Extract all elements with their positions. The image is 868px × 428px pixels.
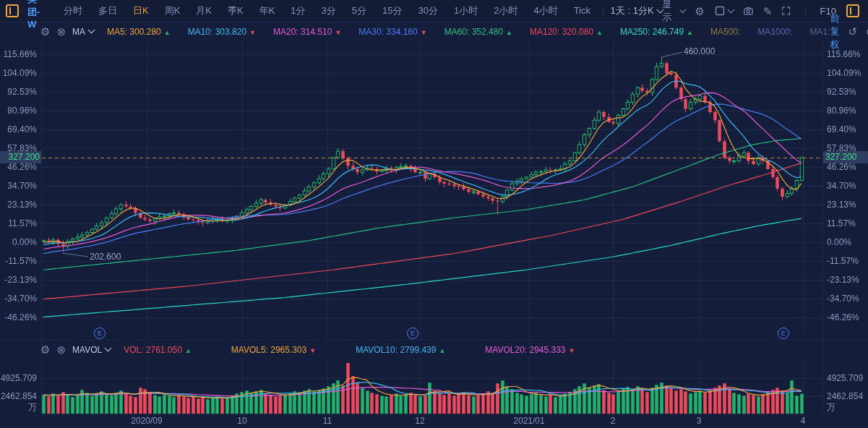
y-axis-tick: -46.26%: [827, 312, 859, 322]
period-tab[interactable]: 2小时: [486, 0, 525, 22]
panel-flag-icon[interactable]: [6, 4, 19, 17]
legend-item-ma60[interactable]: MA60: 352.480▲: [444, 27, 512, 37]
legend-item-mavol10[interactable]: MAVOL10: 2799.439▲: [356, 345, 445, 355]
legend-item-ma120[interactable]: MA120: 320.080▲: [530, 27, 603, 37]
y-axis-tick: -23.13%: [827, 275, 859, 285]
y-axis-tick: 23.13%: [0, 200, 37, 210]
y-axis-tick: -46.26%: [0, 312, 37, 322]
ma-indicator-label: MA: [72, 27, 85, 37]
period-tab[interactable]: 3分: [314, 0, 344, 22]
up-triangle-icon: ▲: [687, 29, 693, 36]
y-axis-tick: -34.70%: [0, 294, 37, 304]
current-price-tag-left: 327.200: [0, 151, 41, 163]
period-tabs: 分时多日日K周K月K季K年K1分3分5分15分30分1小时2小时4小时Tick: [56, 0, 598, 22]
chevron-down-icon: [105, 345, 112, 352]
chevron-down-icon: [88, 27, 95, 34]
legend-item-ma30[interactable]: MA30: 334.160▼: [358, 27, 426, 37]
chart-style-icon: [715, 6, 725, 16]
legend-item-ma10[interactable]: MA10: 303.820▼: [188, 27, 256, 37]
ma-right-tools: 前复权 ↺ ⊖ ⊕: [830, 12, 868, 51]
vol-legend: VOL: 2761.050▲MAVOL5: 2965.303▼MAVOL10: …: [124, 345, 575, 355]
period-tab[interactable]: 4小时: [525, 0, 565, 22]
legend-item-ma500[interactable]: MA500:: [710, 27, 740, 37]
period-tab[interactable]: 季K: [220, 0, 252, 22]
period-tab[interactable]: 5分: [344, 0, 374, 22]
y-axis-tick: 11.57%: [827, 218, 856, 228]
legend-item-ma20[interactable]: MA20: 314.510▼: [273, 27, 341, 37]
vol-indicator-bar: ⚙ ⊗ MAVOL VOL: 2761.050▲MAVOL5: 2965.303…: [0, 340, 868, 359]
x-axis-label: 11: [323, 416, 332, 426]
down-triangle-icon: ▼: [249, 29, 256, 36]
settings-gear-icon[interactable]: ⚙: [695, 6, 704, 17]
adjust-mode-button[interactable]: 前复权: [830, 12, 839, 51]
legend-item-mavol20[interactable]: MAVOL20: 2945.333▼: [485, 345, 575, 355]
x-axis-label: 2020/09: [131, 416, 162, 426]
x-axis-label: 10: [237, 416, 246, 426]
vol-indicator-dropdown[interactable]: MAVOL: [72, 345, 111, 355]
down-triangle-icon: ▼: [309, 347, 316, 354]
fullscreen-expand-icon[interactable]: [782, 6, 790, 16]
screenshot-camera-icon[interactable]: [744, 6, 753, 16]
period-tab[interactable]: 分时: [56, 0, 90, 22]
period-tab[interactable]: 1分: [283, 0, 313, 22]
earnings-marker[interactable]: E: [407, 328, 418, 339]
period-tab[interactable]: 多日: [90, 0, 125, 22]
volume-axis-tick: 4925.709: [0, 373, 37, 383]
x-axis-label: 3: [697, 416, 702, 426]
display-dropdown[interactable]: 显示: [663, 0, 685, 24]
y-axis-tick: 104.09%: [827, 68, 861, 78]
legend-item-ma250[interactable]: MA250: 246.749▲: [620, 27, 693, 37]
period-tab[interactable]: 日K: [125, 0, 157, 22]
volume-axis-tick: 2462.854: [827, 391, 863, 401]
y-axis-tick: 0.00%: [827, 237, 851, 247]
trading-app-window: 美团-W 分时多日日K周K月K季K年K1分3分5分15分30分1小时2小时4小时…: [0, 0, 868, 428]
draw-pencil-icon[interactable]: ✎: [763, 6, 773, 17]
x-axis-label: 2: [611, 416, 616, 426]
earnings-marker[interactable]: E: [778, 328, 789, 339]
period-tab[interactable]: Tick: [566, 0, 598, 22]
legend-item-vol[interactable]: VOL: 2761.050▲: [124, 345, 192, 355]
legend-item-ma5[interactable]: MA5: 300.280▲: [107, 27, 171, 37]
y-axis-tick: 69.40%: [0, 124, 37, 134]
y-axis-tick: 46.26%: [0, 162, 37, 172]
x-axis-label: 2021/01: [513, 416, 544, 426]
period-tab[interactable]: 年K: [252, 0, 283, 22]
down-triangle-icon: ▼: [569, 347, 575, 354]
period-combo-dropdown[interactable]: 1天 : 1分K: [611, 4, 663, 17]
y-axis-tick: -11.57%: [827, 256, 859, 266]
indicator-settings-gear-icon[interactable]: ⚙: [40, 344, 50, 355]
candlestick-chart-canvas[interactable]: [0, 0, 868, 428]
low-price-annotation: 202.600: [90, 252, 121, 262]
period-tab[interactable]: 1小时: [446, 0, 486, 22]
reset-view-icon[interactable]: ↺: [848, 26, 857, 37]
y-axis-tick: 0.00%: [0, 237, 37, 247]
volume-axis-tick: 2462.854: [0, 391, 37, 401]
y-axis-tick: 11.57%: [0, 218, 37, 228]
y-axis-tick: 46.26%: [827, 162, 856, 172]
indicator-close-icon[interactable]: ⊗: [56, 344, 66, 355]
display-label: 显示: [663, 0, 677, 24]
period-tab[interactable]: 30分: [410, 0, 445, 22]
legend-item-ma1000[interactable]: MA1000:: [757, 27, 792, 37]
chevron-down-icon: [727, 6, 734, 13]
down-triangle-icon: ▼: [421, 29, 427, 36]
period-tab[interactable]: 15分: [374, 0, 410, 22]
legend-item-ma1[interactable]: MA1:: [809, 27, 830, 37]
legend-item-mavol5[interactable]: MAVOL5: 2965.303▼: [231, 345, 316, 355]
x-axis-label: 4: [801, 416, 806, 426]
up-triangle-icon: ▲: [506, 29, 512, 36]
indicator-settings-gear-icon[interactable]: ⚙: [40, 26, 50, 37]
ma-indicator-bar: ⚙ ⊗ MA MA5: 300.280▲MA10: 303.820▼MA20: …: [0, 22, 868, 40]
period-tab[interactable]: 周K: [157, 0, 189, 22]
divider: [603, 6, 603, 16]
indicator-close-icon[interactable]: ⊗: [56, 26, 66, 37]
volume-unit-label: 万: [0, 401, 37, 414]
y-axis-tick: 23.13%: [827, 200, 856, 210]
y-axis-tick: 34.70%: [0, 181, 37, 191]
top-toolbar: 美团-W 分时多日日K周K月K季K年K1分3分5分15分30分1小时2小时4小时…: [0, 0, 868, 22]
period-tab[interactable]: 月K: [188, 0, 220, 22]
ma-indicator-dropdown[interactable]: MA: [72, 27, 94, 37]
up-triangle-icon: ▲: [439, 347, 445, 354]
earnings-marker[interactable]: E: [94, 328, 106, 339]
chart-style-picker[interactable]: [715, 6, 734, 16]
